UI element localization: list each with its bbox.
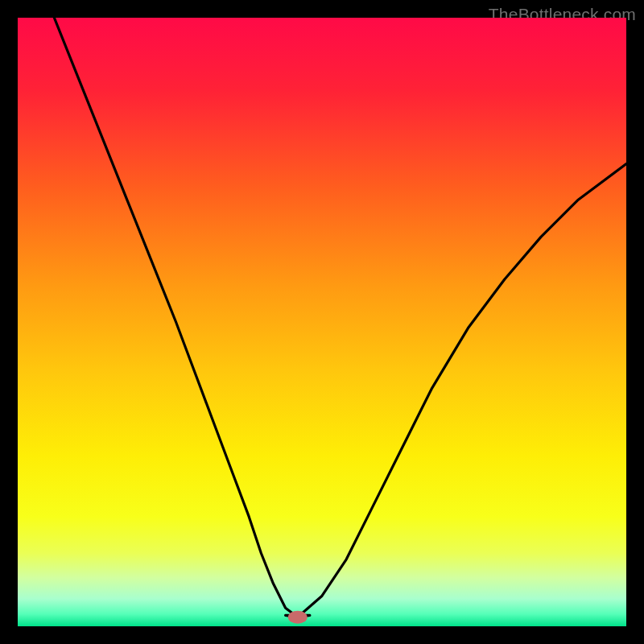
gradient-background — [18, 18, 626, 626]
optimal-marker — [288, 611, 308, 624]
chart-container: TheBottleneck.com — [0, 0, 644, 644]
bottleneck-chart — [18, 18, 626, 626]
